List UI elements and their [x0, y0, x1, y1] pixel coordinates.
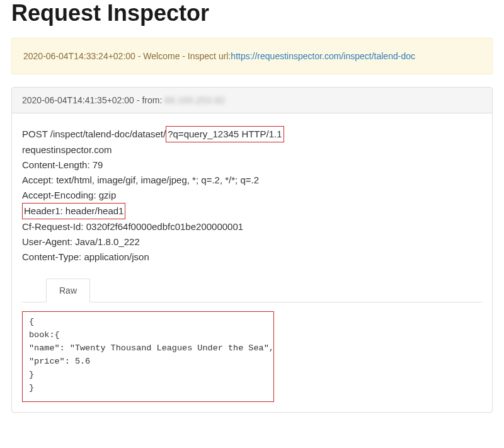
welcome-banner: 2020-06-04T14:33:24+02:00 - Welcome - In…	[11, 38, 493, 74]
request-from-label: - from:	[137, 95, 162, 105]
raw-body-box: { book:{ "name": "Twenty Thousand League…	[22, 311, 274, 402]
request-header-line: Cf-Request-Id: 0320f2f64f0000edbfc01be20…	[22, 219, 482, 234]
request-body: POST /inspect/talend-doc/dataset/?q=quer…	[12, 113, 492, 412]
welcome-timestamp: 2020-06-04T14:33:24+02:00	[23, 51, 135, 61]
request-header-line: requestinspector.com	[22, 142, 482, 158]
request-from-ip: 88.165.253.82	[164, 95, 225, 105]
request-header-line: Content-Type: application/json	[22, 250, 482, 265]
welcome-separator: -	[135, 51, 143, 61]
request-header-bar: 2020-06-04T14:41:35+02:00 - from: 88.165…	[12, 88, 492, 113]
tabs-bar: Raw	[22, 279, 482, 302]
request-header-line: Accept: text/html, image/gif, image/jpeg…	[22, 173, 482, 188]
request-query-highlight: ?q=query_12345 HTTP/1.1	[166, 126, 284, 142]
request-custom-header-highlight: Header1: header/head1	[22, 203, 125, 219]
welcome-message: Welcome - Inspect url:	[143, 51, 231, 61]
page-title: Request Inspector	[11, 0, 493, 26]
request-header-line: Accept-Encoding: gzip	[22, 188, 482, 203]
tab-raw[interactable]: Raw	[46, 279, 90, 302]
welcome-inspect-link[interactable]: https://requestinspector.com/inspect/tal…	[231, 51, 415, 61]
request-header-line: User-Agent: Java/1.8.0_222	[22, 234, 482, 250]
request-block: 2020-06-04T14:41:35+02:00 - from: 88.165…	[11, 87, 493, 413]
request-first-line: POST /inspect/talend-doc/dataset/?q=quer…	[22, 126, 482, 142]
request-timestamp: 2020-06-04T14:41:35+02:00	[22, 95, 134, 105]
request-header-highlight: Header1: header/head1	[22, 203, 482, 219]
request-method-path: POST /inspect/talend-doc/dataset/	[22, 127, 166, 142]
request-header-line: Content-Length: 79	[22, 158, 482, 173]
page-container: Request Inspector 2020-06-04T14:33:24+02…	[0, 0, 504, 424]
